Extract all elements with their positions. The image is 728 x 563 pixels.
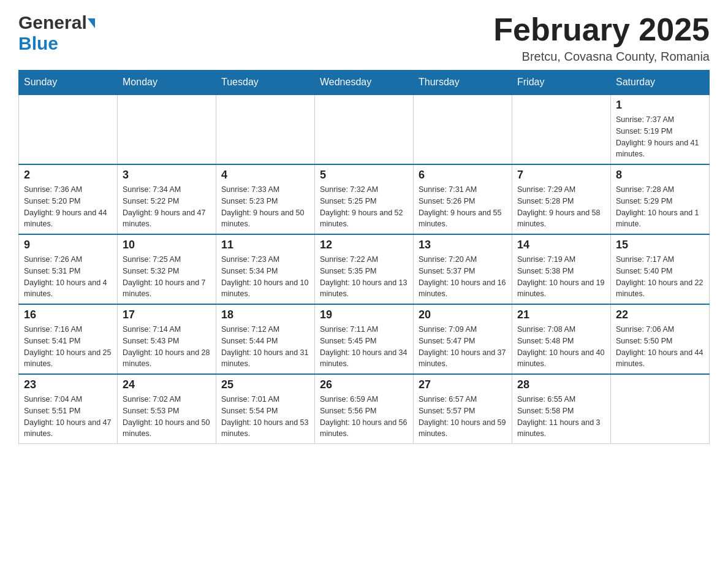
day-number: 10 [123,239,211,251]
calendar-cell: 11Sunrise: 7:23 AMSunset: 5:34 PMDayligh… [216,234,315,304]
calendar-week-row: 23Sunrise: 7:04 AMSunset: 5:51 PMDayligh… [19,374,710,444]
day-number: 4 [221,169,309,182]
day-info: Sunrise: 7:22 AMSunset: 5:35 PMDaylight:… [320,254,408,300]
day-number: 16 [24,308,112,321]
day-number: 25 [221,378,309,391]
day-info: Sunrise: 7:20 AMSunset: 5:37 PMDaylight:… [419,254,507,300]
day-info: Sunrise: 7:12 AMSunset: 5:44 PMDaylight:… [221,324,309,370]
day-number: 9 [24,239,112,251]
calendar-cell: 14Sunrise: 7:19 AMSunset: 5:38 PMDayligh… [512,234,611,304]
day-info: Sunrise: 7:31 AMSunset: 5:26 PMDaylight:… [419,184,507,230]
calendar-cell: 9Sunrise: 7:26 AMSunset: 5:31 PMDaylight… [19,234,118,304]
day-info: Sunrise: 7:36 AMSunset: 5:20 PMDaylight:… [24,184,112,230]
calendar-cell: 23Sunrise: 7:04 AMSunset: 5:51 PMDayligh… [19,374,118,444]
day-number: 5 [320,169,408,182]
day-number: 21 [517,308,605,321]
day-info: Sunrise: 7:04 AMSunset: 5:51 PMDaylight:… [24,394,112,440]
day-number: 17 [123,308,211,321]
calendar-cell [19,94,118,164]
calendar-cell: 12Sunrise: 7:22 AMSunset: 5:35 PMDayligh… [315,234,414,304]
calendar-cell: 5Sunrise: 7:32 AMSunset: 5:25 PMDaylight… [315,164,414,234]
day-info: Sunrise: 7:11 AMSunset: 5:45 PMDaylight:… [320,324,408,370]
day-number: 14 [517,239,605,251]
day-info: Sunrise: 7:34 AMSunset: 5:22 PMDaylight:… [123,184,211,230]
calendar-cell: 10Sunrise: 7:25 AMSunset: 5:32 PMDayligh… [118,234,216,304]
day-number: 19 [320,308,408,321]
day-number: 2 [24,169,112,182]
day-number: 13 [419,239,507,251]
calendar-cell [216,94,315,164]
calendar-cell [512,94,611,164]
logo-general-text: General [18,12,87,33]
calendar-cell [611,374,710,444]
calendar-cell: 2Sunrise: 7:36 AMSunset: 5:20 PMDaylight… [19,164,118,234]
calendar-cell: 22Sunrise: 7:06 AMSunset: 5:50 PMDayligh… [611,304,710,374]
calendar-cell: 17Sunrise: 7:14 AMSunset: 5:43 PMDayligh… [118,304,216,374]
day-info: Sunrise: 7:37 AMSunset: 5:19 PMDaylight:… [616,114,704,160]
day-number: 22 [616,308,704,321]
day-info: Sunrise: 7:02 AMSunset: 5:53 PMDaylight:… [123,394,211,440]
day-number: 1 [616,99,704,112]
day-number: 15 [616,239,704,251]
calendar-cell: 8Sunrise: 7:28 AMSunset: 5:29 PMDaylight… [611,164,710,234]
calendar-cell: 16Sunrise: 7:16 AMSunset: 5:41 PMDayligh… [19,304,118,374]
day-info: Sunrise: 7:09 AMSunset: 5:47 PMDaylight:… [419,324,507,370]
calendar-cell [118,94,216,164]
calendar-header-monday: Monday [118,71,216,95]
calendar-header-tuesday: Tuesday [216,71,315,95]
day-info: Sunrise: 7:06 AMSunset: 5:50 PMDaylight:… [616,324,704,370]
month-title: February 2025 [493,12,710,47]
calendar-cell: 20Sunrise: 7:09 AMSunset: 5:47 PMDayligh… [414,304,512,374]
day-number: 20 [419,308,507,321]
calendar-cell: 1Sunrise: 7:37 AMSunset: 5:19 PMDaylight… [611,94,710,164]
calendar-cell: 27Sunrise: 6:57 AMSunset: 5:57 PMDayligh… [414,374,512,444]
calendar-cell: 28Sunrise: 6:55 AMSunset: 5:58 PMDayligh… [512,374,611,444]
day-info: Sunrise: 6:59 AMSunset: 5:56 PMDaylight:… [320,394,408,440]
logo-blue-text: Blue [18,33,58,54]
day-number: 8 [616,169,704,182]
logo-arrow-icon [88,18,95,28]
day-info: Sunrise: 7:29 AMSunset: 5:28 PMDaylight:… [517,184,605,230]
calendar-cell: 7Sunrise: 7:29 AMSunset: 5:28 PMDaylight… [512,164,611,234]
day-number: 28 [517,378,605,391]
calendar-cell: 15Sunrise: 7:17 AMSunset: 5:40 PMDayligh… [611,234,710,304]
calendar-week-row: 1Sunrise: 7:37 AMSunset: 5:19 PMDaylight… [19,94,710,164]
day-info: Sunrise: 7:25 AMSunset: 5:32 PMDaylight:… [123,254,211,300]
day-info: Sunrise: 7:28 AMSunset: 5:29 PMDaylight:… [616,184,704,230]
calendar-cell: 21Sunrise: 7:08 AMSunset: 5:48 PMDayligh… [512,304,611,374]
day-info: Sunrise: 7:16 AMSunset: 5:41 PMDaylight:… [24,324,112,370]
page-header: General Blue February 2025 Bretcu, Covas… [18,12,710,64]
day-number: 23 [24,378,112,391]
day-info: Sunrise: 7:26 AMSunset: 5:31 PMDaylight:… [24,254,112,300]
day-number: 6 [419,169,507,182]
day-number: 11 [221,239,309,251]
day-number: 7 [517,169,605,182]
day-number: 18 [221,308,309,321]
calendar-header-friday: Friday [512,71,611,95]
calendar-header-row: SundayMondayTuesdayWednesdayThursdayFrid… [19,71,710,95]
day-number: 26 [320,378,408,391]
calendar-week-row: 2Sunrise: 7:36 AMSunset: 5:20 PMDaylight… [19,164,710,234]
calendar-cell: 19Sunrise: 7:11 AMSunset: 5:45 PMDayligh… [315,304,414,374]
title-section: February 2025 Bretcu, Covasna County, Ro… [493,12,710,64]
calendar-cell: 18Sunrise: 7:12 AMSunset: 5:44 PMDayligh… [216,304,315,374]
day-number: 3 [123,169,211,182]
calendar-week-row: 16Sunrise: 7:16 AMSunset: 5:41 PMDayligh… [19,304,710,374]
calendar-cell [315,94,414,164]
calendar-cell: 3Sunrise: 7:34 AMSunset: 5:22 PMDaylight… [118,164,216,234]
day-info: Sunrise: 7:17 AMSunset: 5:40 PMDaylight:… [616,254,704,300]
day-info: Sunrise: 6:55 AMSunset: 5:58 PMDaylight:… [517,394,605,440]
day-info: Sunrise: 7:32 AMSunset: 5:25 PMDaylight:… [320,184,408,230]
day-info: Sunrise: 6:57 AMSunset: 5:57 PMDaylight:… [419,394,507,440]
calendar-cell: 13Sunrise: 7:20 AMSunset: 5:37 PMDayligh… [414,234,512,304]
calendar-header-saturday: Saturday [611,71,710,95]
calendar-week-row: 9Sunrise: 7:26 AMSunset: 5:31 PMDaylight… [19,234,710,304]
calendar-cell: 26Sunrise: 6:59 AMSunset: 5:56 PMDayligh… [315,374,414,444]
location: Bretcu, Covasna County, Romania [493,50,710,64]
calendar-cell: 25Sunrise: 7:01 AMSunset: 5:54 PMDayligh… [216,374,315,444]
calendar-cell: 4Sunrise: 7:33 AMSunset: 5:23 PMDaylight… [216,164,315,234]
calendar-cell [414,94,512,164]
day-info: Sunrise: 7:19 AMSunset: 5:38 PMDaylight:… [517,254,605,300]
calendar-cell: 24Sunrise: 7:02 AMSunset: 5:53 PMDayligh… [118,374,216,444]
day-info: Sunrise: 7:14 AMSunset: 5:43 PMDaylight:… [123,324,211,370]
